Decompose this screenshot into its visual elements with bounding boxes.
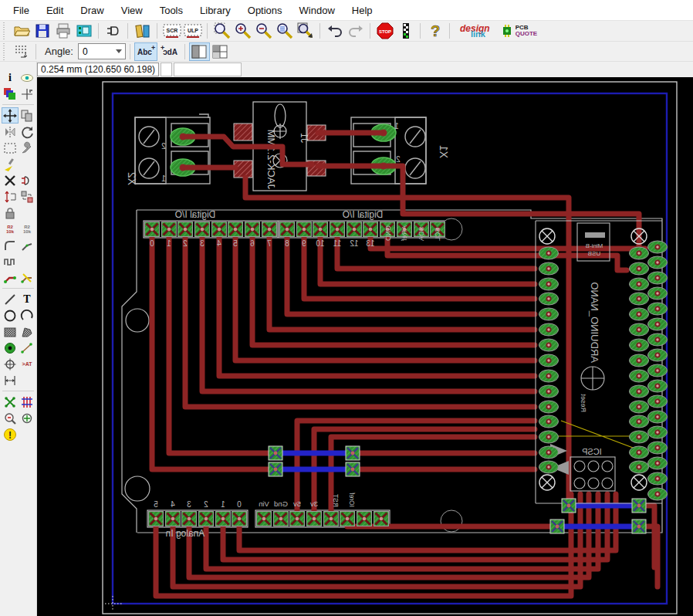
drc-button[interactable] [2,410,19,426]
help-button[interactable]: ? [424,22,445,40]
menu-draw[interactable]: Draw [72,2,112,19]
angle-select[interactable]: 0 [78,43,126,59]
parameter-toolbar: Angle: 0 Abc+ Abc+ [0,42,693,62]
command-history-button[interactable] [161,63,172,76]
svg-text:11: 11 [333,239,341,248]
menu-library[interactable]: Library [191,2,239,19]
zoom-fit-button[interactable] [211,22,232,40]
ripup-button[interactable] [19,269,35,286]
text-mirrored-button[interactable]: Abc+ [157,42,181,61]
rotate-button[interactable] [19,124,35,140]
smash-button[interactable]: R210k [19,221,35,237]
traffic-light-button[interactable] [395,22,416,40]
analog-header[interactable]: Analog In 5 4 3 2 1 0 Vin Gnd 5v 3v RST … [149,492,389,539]
move-button[interactable] [2,107,19,124]
eye-icon [20,71,34,85]
window-split-grid-button[interactable] [210,42,231,61]
toolbar-grip[interactable] [3,22,8,39]
display-layers-button[interactable] [2,86,19,102]
ratsnest-button[interactable] [2,394,19,410]
route-button[interactable] [2,269,19,286]
mark-button[interactable] [19,86,35,102]
wire-button[interactable] [2,291,19,307]
dimension-button[interactable] [2,372,19,388]
window-split-left-button[interactable] [189,42,210,61]
redo-button[interactable] [345,22,366,40]
attribute-button[interactable]: >AT [19,356,35,372]
airwires[interactable] [547,421,639,450]
menu-window[interactable]: Window [291,2,343,19]
cam-processor-button[interactable] [73,22,94,40]
change-button[interactable] [19,140,35,156]
coordinate-display: 0.254 mm (120.650 60.198) [37,63,159,76]
pcb-chip-icon [501,25,513,37]
open-button[interactable] [11,22,32,40]
group-button[interactable] [2,140,19,156]
menu-edit[interactable]: Edit [38,2,72,19]
text-button[interactable]: T [19,291,35,307]
autoroute-icon [20,395,34,409]
lock-icon [3,206,17,220]
meander-button[interactable] [2,253,19,269]
show-button[interactable] [19,69,35,86]
polygon-button[interactable] [19,323,35,340]
svg-text:Gnd: Gnd [274,499,288,508]
delete-button[interactable] [2,172,19,188]
add-button[interactable] [19,172,35,188]
board-editor-canvas[interactable]: X2 2 1 JACK-2.1MM J1 X1 1 2 [37,77,693,616]
digital-header[interactable]: Digital I/O Digital I/O 0 1 2 3 4 5 6 7 … [145,209,445,248]
circle-button[interactable] [2,307,19,323]
via-button[interactable] [2,340,19,356]
component-arduino-nano[interactable]: Mini-B USB ARDUINO_NANO Reset ICSP [536,221,662,503]
stop-button[interactable]: STOP [374,22,395,40]
save-button[interactable] [32,22,52,40]
script-button[interactable]: SCR [161,22,182,40]
undo-button[interactable] [324,22,345,40]
paste-button[interactable] [2,156,19,172]
svg-text:4: 4 [171,500,175,509]
replace-button[interactable] [19,188,35,205]
library-button[interactable] [132,22,153,40]
warning-button[interactable]: ! [2,426,19,442]
zoom-out-button[interactable] [253,22,274,40]
zoom-in-button[interactable] [232,22,253,40]
ulp-button[interactable]: ULP [182,22,203,40]
menu-options[interactable]: Options [239,2,291,19]
split-button[interactable] [19,237,35,253]
parameter-toolbar-grip[interactable] [3,43,8,60]
design-link-logo[interactable]: design link [460,25,490,38]
stop-sign-icon: STOP [376,22,394,40]
lock-button[interactable] [2,205,19,221]
signal-button[interactable] [19,340,35,356]
copy-button[interactable] [19,107,35,124]
text-normal-button[interactable]: Abc+ [134,42,157,61]
svg-text:2: 2 [161,142,166,151]
hole-button[interactable] [2,356,19,372]
errors-button[interactable] [19,410,35,426]
svg-text:7: 7 [267,239,272,248]
zoom-redraw-button[interactable] [274,22,295,40]
pinswap-button[interactable] [2,188,19,205]
value-button[interactable]: R210k [2,221,19,237]
command-input[interactable] [174,63,242,76]
zoom-select-button[interactable] [295,22,316,40]
move-icon [3,109,17,123]
board-schematic-button[interactable] [103,22,123,40]
grid-button[interactable] [11,42,32,61]
mirror-button[interactable] [2,124,19,140]
info-button[interactable]: i [2,69,19,86]
pcb-quote-logo[interactable]: PCBQUOTE [501,25,537,37]
arc-button[interactable] [19,307,35,323]
menu-view[interactable]: View [113,2,151,19]
menu-file[interactable]: File [5,2,38,19]
component-x2[interactable]: X2 2 1 [126,114,210,185]
svg-text:ULP: ULP [188,28,198,33]
print-button[interactable] [52,22,73,40]
quote-text: QUOTE [516,31,537,37]
menu-help[interactable]: Help [343,2,381,19]
menu-tools[interactable]: Tools [151,2,191,19]
rect-button[interactable] [2,323,19,340]
autoroute-button[interactable] [19,394,35,410]
miter-button[interactable] [2,237,19,253]
right-header-column[interactable] [648,241,668,500]
